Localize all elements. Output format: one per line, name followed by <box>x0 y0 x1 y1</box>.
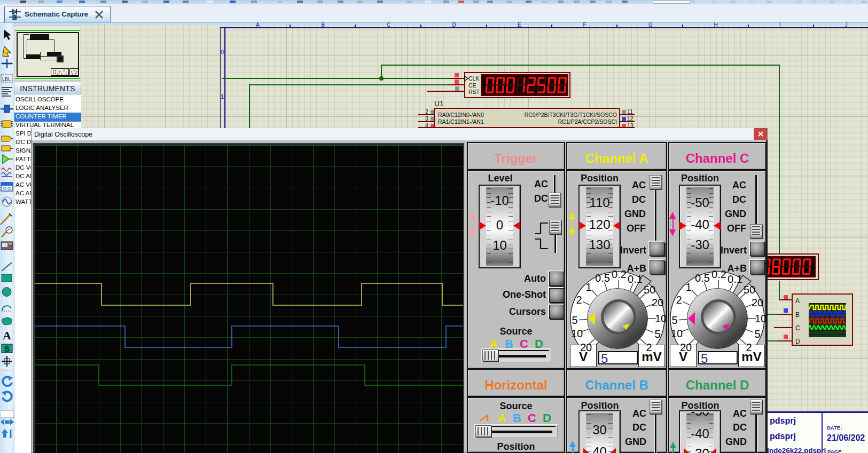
svg-text:S: S <box>4 344 10 353</box>
svg-text:LBL: LBL <box>2 76 11 82</box>
svg-text:A: A <box>3 329 11 342</box>
